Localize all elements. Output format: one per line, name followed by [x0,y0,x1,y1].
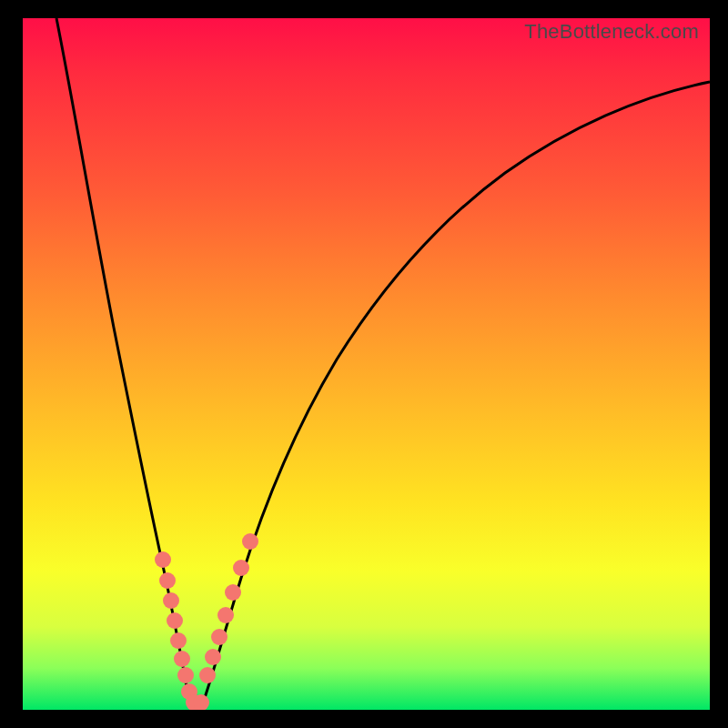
svg-point-6 [177,667,194,683]
curve-right [201,82,710,708]
svg-point-0 [155,551,171,568]
svg-point-5 [174,651,190,667]
plot-area: TheBottleneck.com [23,18,710,710]
svg-point-10 [211,629,228,645]
svg-point-11 [217,607,234,623]
marker-cluster-valley [186,694,209,710]
svg-point-1 [159,572,176,589]
curve-overlay [23,18,710,710]
svg-point-12 [225,584,241,601]
svg-point-3 [167,612,183,629]
svg-point-8 [199,667,216,683]
svg-point-14 [242,533,258,550]
svg-point-4 [170,632,187,649]
svg-point-2 [163,592,179,609]
svg-point-13 [233,560,249,576]
svg-point-9 [205,649,221,665]
chart-frame: TheBottleneck.com [0,0,728,728]
marker-cluster-left [155,551,197,700]
